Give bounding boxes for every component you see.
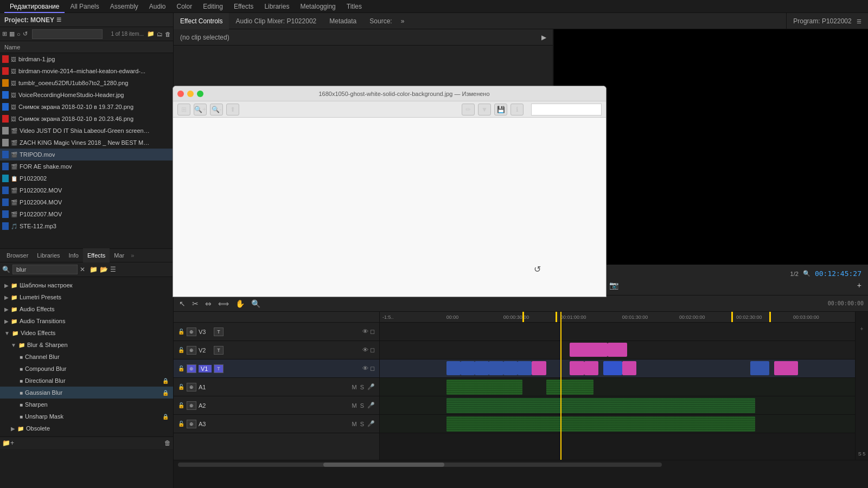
- lock-track-icon[interactable]: 🔓: [178, 421, 184, 427]
- nav-item-effects[interactable]: Effects: [228, 0, 259, 13]
- mute-icon[interactable]: ◻: [370, 328, 375, 335]
- nav-item-assembly[interactable]: Assembly: [105, 0, 144, 13]
- delete-icon[interactable]: 🗑: [165, 31, 171, 37]
- list-item[interactable]: 🎬 P1022002.MOV: [0, 184, 173, 196]
- clip-v2-2[interactable]: [608, 343, 627, 357]
- list-item[interactable]: 🎬 P1022004.MOV: [0, 196, 173, 208]
- sync-icon[interactable]: ⊕: [187, 328, 196, 336]
- tree-item-gaussian-blur[interactable]: ■ Gaussian Blur 🔒: [0, 387, 173, 399]
- solo-icon[interactable]: S: [360, 421, 364, 427]
- target-icon[interactable]: T: [214, 328, 224, 336]
- hand-tool[interactable]: ✋: [234, 299, 246, 308]
- nav-item-all-panels[interactable]: All Panels: [65, 0, 104, 13]
- clip-v1-pink2[interactable]: [570, 361, 584, 375]
- scrollbar-thumb[interactable]: [323, 463, 444, 467]
- list-item[interactable]: 🎬 Video JUST DO IT Shia Labeouf-Green sc…: [0, 125, 173, 137]
- clip-v1-8[interactable]: [750, 361, 769, 375]
- project-menu-icon[interactable]: ☰: [56, 17, 61, 23]
- grid-view-btn[interactable]: ⊞: [177, 104, 190, 115]
- tab-effects[interactable]: Effects: [83, 248, 110, 262]
- list-item[interactable]: 🖼 Снимок экрана 2018-02-10 в 19.37.20.pn…: [0, 101, 173, 113]
- audio-clip-a1-2[interactable]: [546, 380, 594, 395]
- tree-item-blur-sharpen[interactable]: ▼ 📁 Blur & Sharpen: [0, 339, 173, 351]
- pencil-btn[interactable]: ✏: [462, 104, 475, 115]
- clip-v1-3[interactable]: [475, 361, 489, 375]
- info-btn[interactable]: ℹ: [510, 104, 524, 115]
- slider-icon[interactable]: ○: [17, 31, 21, 37]
- mute-icon[interactable]: M: [352, 402, 356, 409]
- tab-info[interactable]: Info: [65, 248, 83, 262]
- lock-track-icon[interactable]: 🔓: [178, 329, 184, 335]
- razor-tool[interactable]: ✂: [191, 299, 200, 308]
- tree-item-compound-blur[interactable]: ■ Compound Blur: [0, 363, 173, 375]
- list-item[interactable]: 🎵 STE-112.mp3: [0, 220, 173, 232]
- delete-effect-btn[interactable]: 🗑: [164, 439, 171, 447]
- eye-icon[interactable]: 👁: [362, 328, 368, 335]
- mute-icon[interactable]: ◻: [370, 346, 375, 354]
- lock-track-icon[interactable]: 🔓: [178, 402, 184, 408]
- mic-icon[interactable]: 🎤: [367, 420, 375, 427]
- preview-search-input[interactable]: [531, 104, 602, 115]
- timeline-track-content[interactable]: -1:5.. 00:00 00:00:30:00 00:01:00:00 00:…: [380, 312, 855, 460]
- tab-effect-controls[interactable]: Effect Controls: [174, 13, 229, 29]
- tree-item-shablony[interactable]: ▶ 📁 Шаблоны настроек: [0, 279, 173, 291]
- tree-item-lumetri[interactable]: ▶ 📁 Lumetri Presets: [0, 291, 173, 303]
- tree-item-audio-transitions[interactable]: ▶ 📁 Audio Transitions: [0, 315, 173, 327]
- list-item[interactable]: 🖼 VoiceRecordingHomeStudio-Header.jpg: [0, 89, 173, 101]
- mute-icon[interactable]: M: [352, 384, 356, 390]
- clip-v1-blue[interactable]: [603, 361, 622, 375]
- tree-item-video-effects[interactable]: ▼ 📁 Video Effects: [0, 327, 173, 339]
- eye-icon[interactable]: 👁: [362, 346, 368, 354]
- tree-item-obsolete[interactable]: ▶ 📁 Obsolete: [0, 422, 173, 434]
- more-tabs-icon[interactable]: »: [401, 13, 405, 29]
- a1-track[interactable]: [380, 378, 855, 396]
- tab-metadata[interactable]: Metadata: [323, 13, 363, 29]
- tab-libraries[interactable]: Libraries: [33, 248, 64, 262]
- a2-track[interactable]: [380, 396, 855, 415]
- roll-tool[interactable]: ⟺: [217, 299, 230, 308]
- maximize-window-dot[interactable]: [197, 91, 203, 97]
- expand-panels-icon[interactable]: »: [131, 252, 134, 259]
- new-folder-btn[interactable]: 📁+: [2, 439, 14, 447]
- eye-icon[interactable]: 👁: [362, 365, 368, 372]
- clip-v1-pink3[interactable]: [584, 361, 598, 375]
- nav-item-editing[interactable]: Editing: [197, 0, 228, 13]
- nav-item-metalogging[interactable]: Metalogging: [295, 0, 341, 13]
- new-effect-folder-icon[interactable]: 📁: [90, 266, 98, 273]
- tree-item-unsharp-mask[interactable]: ■ Unsharp Mask 🔒: [0, 410, 173, 422]
- list-view-icon[interactable]: ⊞: [2, 30, 7, 37]
- list-item[interactable]: 🎬 FOR AE shake.mov: [0, 160, 173, 172]
- icon-view-icon[interactable]: ▦: [9, 30, 15, 37]
- add-marker-icon[interactable]: +: [857, 281, 861, 290]
- minimize-window-dot[interactable]: [187, 91, 194, 97]
- list-item[interactable]: 🎬 TRIPOD.mov: [0, 149, 173, 160]
- v2-track[interactable]: [380, 341, 855, 359]
- effects-search-input[interactable]: [12, 265, 78, 274]
- list-item[interactable]: 🖼 tumblr_ooeeu52DfU1ub8o7to2_1280.png: [0, 77, 173, 89]
- list-item[interactable]: 🖼 birdman-movie-2014–michael-keaton-edwa…: [0, 65, 173, 77]
- clip-v1-5[interactable]: [503, 361, 518, 375]
- target-icon[interactable]: T: [214, 346, 224, 355]
- expand-timeline-icon[interactable]: +: [860, 326, 864, 332]
- list-item[interactable]: 📋 P1022002: [0, 172, 173, 184]
- list-item[interactable]: 🖼 Снимок экрана 2018-02-10 в 20.23.46.pn…: [0, 113, 173, 125]
- tab-audio-clip-mixer[interactable]: Audio Clip Mixer: P1022002: [229, 13, 323, 29]
- sync-icon[interactable]: ⊕: [187, 420, 196, 428]
- clip-v1-pink[interactable]: [532, 361, 546, 375]
- mute-icon[interactable]: ◻: [370, 365, 375, 372]
- nav-item-audio[interactable]: Audio: [144, 0, 171, 13]
- clear-search-icon[interactable]: ✕: [80, 266, 85, 273]
- close-window-dot[interactable]: [177, 91, 184, 97]
- list-item[interactable]: 🖼 birdman-1.jpg: [0, 53, 173, 65]
- camera-icon[interactable]: 📷: [609, 281, 618, 290]
- audio-clip-a1-1[interactable]: [446, 380, 522, 395]
- list-item[interactable]: 🎬 P1022007.MOV: [0, 208, 173, 220]
- sync-icon[interactable]: ⊕: [187, 364, 196, 373]
- folder-icon[interactable]: 📁: [147, 30, 155, 37]
- tree-item-sharpen[interactable]: ■ Sharpen: [0, 399, 173, 410]
- new-folder-icon[interactable]: 🗂: [157, 31, 163, 37]
- pencil-dropdown-btn[interactable]: ▼: [478, 104, 491, 115]
- share-btn[interactable]: ⬆: [226, 104, 239, 115]
- loop-icon[interactable]: ↺: [23, 30, 28, 37]
- lock-track-icon[interactable]: 🔓: [178, 347, 184, 353]
